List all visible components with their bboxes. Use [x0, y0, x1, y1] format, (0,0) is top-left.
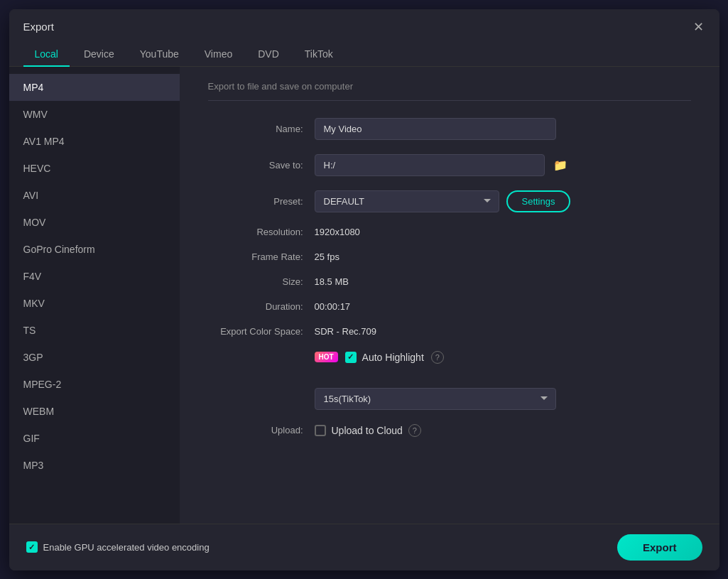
format-gopro[interactable]: GoPro Cineform — [9, 236, 180, 263]
resolution-label: Resolution: — [208, 227, 315, 237]
resolution-value: 1920x1080 — [315, 227, 360, 237]
size-row: Size: 18.5 MB — [208, 276, 691, 287]
auto-highlight-info-icon[interactable]: ? — [431, 351, 444, 364]
color-space-value: SDR - Rec.709 — [315, 326, 376, 337]
format-mov[interactable]: MOV — [9, 209, 180, 236]
auto-highlight-checkmark: ✓ — [347, 352, 354, 362]
tab-vimeo[interactable]: Vimeo — [193, 43, 244, 67]
format-avi[interactable]: AVI — [9, 182, 180, 209]
format-sidebar: MP4 WMV AV1 MP4 HEVC AVI MOV GoPro Cinef… — [9, 67, 180, 564]
framerate-label: Frame Rate: — [208, 251, 315, 262]
preset-row: Preset: DEFAULT High Quality Low Quality… — [208, 190, 691, 212]
tabs-bar: Local Device YouTube Vimeo DVD TikTok — [9, 42, 719, 67]
tab-device[interactable]: Device — [72, 43, 126, 67]
format-webm[interactable]: WEBM — [9, 398, 180, 425]
format-f4v[interactable]: F4V — [9, 263, 180, 290]
upload-cloud-checkbox-label[interactable]: Upload to Cloud — [315, 425, 403, 436]
settings-button[interactable]: Settings — [506, 190, 571, 212]
close-button[interactable]: ✕ — [689, 18, 708, 36]
name-row: Name: — [208, 118, 691, 140]
main-panel: Export to file and save on computer Name… — [180, 67, 719, 564]
color-space-label: Export Color Space: — [208, 326, 315, 337]
tab-dvd[interactable]: DVD — [246, 43, 290, 67]
upload-cloud-info-icon[interactable]: ? — [408, 424, 421, 437]
format-hevc[interactable]: HEVC — [9, 155, 180, 182]
format-wmv[interactable]: WMV — [9, 101, 180, 128]
preset-controls: DEFAULT High Quality Low Quality Custom … — [315, 190, 571, 212]
auto-highlight-text: Auto Highlight — [362, 352, 424, 363]
name-label: Name: — [208, 124, 315, 134]
auto-highlight-checkbox-label[interactable]: ✓ Auto Highlight — [345, 352, 424, 363]
section-title: Export to file and save on computer — [208, 81, 691, 101]
save-to-row: Save to: 📁 — [208, 154, 691, 176]
color-space-row: Export Color Space: SDR - Rec.709 — [208, 326, 691, 337]
hot-badge: HOT — [315, 352, 338, 362]
upload-row: Upload: Upload to Cloud ? — [208, 424, 691, 437]
preset-select[interactable]: DEFAULT High Quality Low Quality Custom — [315, 190, 499, 212]
save-to-controls: 📁 — [315, 154, 570, 176]
save-to-input[interactable] — [315, 154, 545, 176]
tab-tiktok[interactable]: TikTok — [293, 43, 344, 67]
format-mpeg2[interactable]: MPEG-2 — [9, 371, 180, 398]
export-dialog: Export ✕ Local Device YouTube Vimeo DVD … — [9, 9, 719, 570]
gpu-acceleration-checkmark: ✓ — [28, 543, 35, 552]
format-mp3[interactable]: MP3 — [9, 452, 180, 479]
save-to-label: Save to: — [208, 160, 315, 171]
format-mkv[interactable]: MKV — [9, 290, 180, 317]
title-bar: Export ✕ — [9, 9, 719, 42]
dialog-title: Export — [23, 21, 54, 33]
preset-label: Preset: — [208, 196, 315, 207]
duration-label: Duration: — [208, 301, 315, 312]
browse-folder-button[interactable]: 📁 — [550, 156, 570, 175]
gpu-acceleration-label[interactable]: ✓ Enable GPU accelerated video encoding — [26, 541, 210, 553]
resolution-row: Resolution: 1920x1080 — [208, 227, 691, 237]
duration-value: 00:00:17 — [315, 301, 351, 312]
format-av1mp4[interactable]: AV1 MP4 — [9, 128, 180, 155]
export-button[interactable]: Export — [617, 534, 702, 561]
tab-local[interactable]: Local — [23, 43, 70, 67]
auto-highlight-controls: HOT ✓ Auto Highlight ? — [315, 351, 444, 364]
upload-controls: Upload to Cloud ? — [315, 424, 421, 437]
format-mp4[interactable]: MP4 — [9, 74, 180, 101]
tab-youtube[interactable]: YouTube — [129, 43, 190, 67]
framerate-value: 25 fps — [315, 251, 339, 262]
gpu-acceleration-text: Enable GPU accelerated video encoding — [43, 542, 210, 553]
duration-row: Duration: 00:00:17 — [208, 301, 691, 312]
name-input[interactable] — [315, 118, 556, 140]
tiktok-duration-select[interactable]: 15s(TikTok) 30s(TikTok) 60s(TikTok) — [315, 388, 556, 410]
size-value: 18.5 MB — [315, 276, 349, 287]
dialog-footer: ✓ Enable GPU accelerated video encoding … — [9, 524, 719, 570]
auto-highlight-row: HOT ✓ Auto Highlight ? — [208, 351, 691, 374]
format-ts[interactable]: TS — [9, 317, 180, 344]
upload-label: Upload: — [208, 425, 315, 435]
size-label: Size: — [208, 276, 315, 287]
tiktok-duration-row: 15s(TikTok) 30s(TikTok) 60s(TikTok) — [208, 388, 691, 410]
format-gif[interactable]: GIF — [9, 425, 180, 452]
format-3gp[interactable]: 3GP — [9, 344, 180, 371]
gpu-acceleration-checkbox[interactable]: ✓ — [26, 541, 38, 553]
upload-cloud-text: Upload to Cloud — [332, 425, 403, 436]
content-area: MP4 WMV AV1 MP4 HEVC AVI MOV GoPro Cinef… — [9, 67, 719, 564]
auto-highlight-checkbox[interactable]: ✓ — [345, 352, 357, 363]
framerate-row: Frame Rate: 25 fps — [208, 251, 691, 262]
upload-cloud-checkbox[interactable] — [315, 425, 326, 436]
